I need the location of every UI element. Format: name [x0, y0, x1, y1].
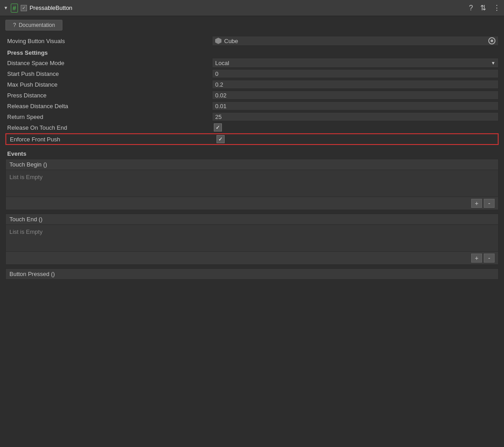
press-distance-label: Press Distance — [5, 92, 212, 99]
max-push-distance-input[interactable]: 0.2 — [212, 80, 499, 89]
touch-end-group: Touch End () List is Empty + - — [5, 214, 499, 265]
press-distance-row: Press Distance 0.02 — [5, 90, 499, 100]
start-push-distance-row: Start Push Distance 0 — [5, 69, 499, 79]
return-speed-input[interactable]: 25 — [212, 112, 499, 121]
press-settings-header: Press Settings — [7, 49, 499, 56]
button-pressed-header: Button Pressed () — [5, 268, 499, 280]
max-push-distance-row: Max Push Distance 0.2 — [5, 79, 499, 89]
button-pressed-group: Button Pressed () — [5, 268, 499, 280]
cube-icon — [215, 38, 221, 44]
press-distance-input[interactable]: 0.02 — [212, 91, 499, 100]
touch-begin-header: Touch Begin () — [5, 159, 499, 170]
touch-begin-empty-text: List is Empty — [9, 174, 43, 180]
enforce-front-push-checkbox[interactable] — [217, 135, 225, 143]
touch-end-body: List is Empty — [5, 225, 499, 252]
moving-button-visuals-label: Moving Button Visuals — [5, 38, 212, 44]
moving-button-visuals-row: Moving Button Visuals Cube — [5, 36, 499, 46]
start-push-distance-label: Start Push Distance — [5, 70, 212, 77]
more-icon[interactable]: ⋮ — [493, 4, 500, 12]
return-speed-row: Return Speed 25 — [5, 112, 499, 122]
documentation-button[interactable]: ? Documentation — [5, 20, 62, 31]
touch-end-add-button[interactable]: + — [471, 254, 482, 263]
max-push-distance-label: Max Push Distance — [5, 81, 212, 88]
distance-space-mode-row: Distance Space Mode Local ▼ — [5, 58, 499, 68]
adjust-icon[interactable]: ⇅ — [480, 4, 486, 12]
moving-button-visuals-text: Cube — [224, 38, 238, 44]
touch-begin-footer: + - — [5, 197, 499, 210]
hash-icon: # — [11, 4, 18, 13]
release-distance-delta-input[interactable]: 0.01 — [212, 101, 499, 110]
enforce-front-push-row: Enforce Front Push — [5, 133, 499, 145]
component-enabled-checkbox[interactable] — [21, 5, 27, 11]
release-distance-delta-label: Release Distance Delta — [5, 103, 212, 110]
touch-begin-add-button[interactable]: + — [471, 199, 482, 208]
touch-end-footer: + - — [5, 252, 499, 265]
doc-icon: ? — [13, 22, 16, 28]
touch-end-empty-text: List is Empty — [9, 228, 43, 235]
moving-button-visuals-value[interactable]: Cube — [212, 36, 499, 46]
release-on-touch-end-row: Release On Touch End — [5, 123, 499, 132]
touch-begin-group: Touch Begin () List is Empty + - — [5, 159, 499, 210]
content-area: ? Documentation Moving Button Visuals Cu… — [0, 16, 504, 287]
target-icon[interactable] — [488, 37, 495, 44]
events-section: Events Touch Begin () List is Empty + - … — [5, 150, 499, 280]
component-title: PressableButton — [30, 4, 72, 11]
events-header: Events — [7, 150, 499, 157]
touch-end-header: Touch End () — [5, 214, 499, 225]
touch-end-remove-button[interactable]: - — [484, 254, 495, 263]
release-on-touch-end-label: Release On Touch End — [5, 124, 212, 131]
header-icons: ? ⇅ ⋮ — [469, 4, 500, 12]
collapse-arrow-icon[interactable]: ▼ — [4, 5, 8, 10]
doc-label: Documentation — [19, 22, 55, 28]
distance-space-mode-dropdown[interactable]: Local ▼ — [212, 58, 499, 68]
touch-begin-body: List is Empty — [5, 170, 499, 197]
touch-begin-remove-button[interactable]: - — [484, 199, 495, 208]
component-header: ▼ # PressableButton ? ⇅ ⋮ — [0, 0, 504, 16]
help-icon[interactable]: ? — [469, 4, 473, 12]
start-push-distance-input[interactable]: 0 — [212, 69, 499, 78]
enforce-front-push-label: Enforce Front Push — [8, 136, 215, 143]
release-on-touch-end-checkbox[interactable] — [214, 123, 222, 131]
distance-space-mode-text: Local — [215, 60, 229, 66]
dropdown-arrow-icon: ▼ — [491, 61, 495, 66]
release-distance-delta-row: Release Distance Delta 0.01 — [5, 101, 499, 111]
return-speed-label: Return Speed — [5, 114, 212, 120]
distance-space-mode-label: Distance Space Mode — [5, 60, 212, 66]
